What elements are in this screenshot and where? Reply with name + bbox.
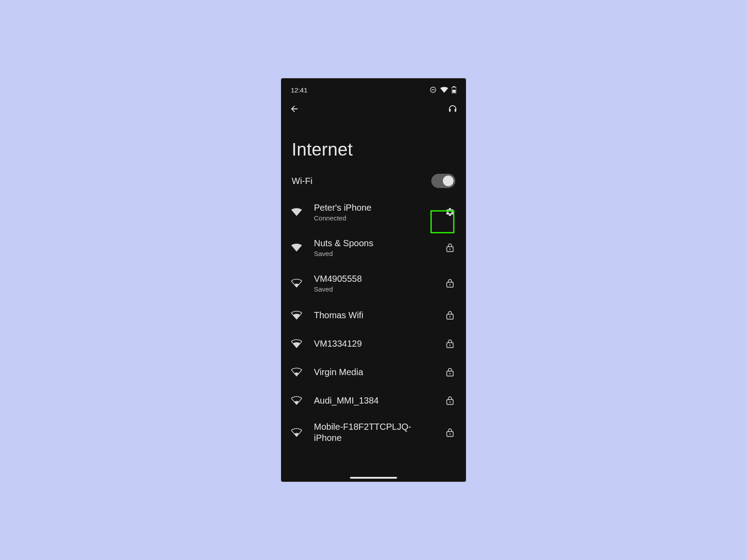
network-text: Mobile-F18F2TTCPLJQ-iPhone <box>314 421 432 444</box>
svg-point-12 <box>450 344 451 346</box>
network-text: Virgin Media <box>314 367 432 378</box>
network-text: VM4905558Saved <box>314 273 432 293</box>
network-row[interactable]: Peter's iPhoneConnected <box>281 194 466 230</box>
network-name: Nuts & Spoons <box>314 238 432 249</box>
svg-point-18 <box>450 433 451 435</box>
network-text: Thomas Wifi <box>314 310 432 321</box>
lock-icon <box>444 394 456 407</box>
lock-icon <box>444 366 456 378</box>
battery-icon <box>452 86 456 93</box>
status-bar: 12:41 <box>281 84 466 96</box>
network-status: Saved <box>314 250 432 257</box>
wifi-signal-icon <box>291 368 302 376</box>
wifi-signal-icon <box>291 396 302 405</box>
network-text: Audi_MMI_1384 <box>314 395 432 406</box>
network-status: Connected <box>314 214 432 222</box>
network-row[interactable]: VM1334129 <box>281 329 466 358</box>
network-text: VM1334129 <box>314 338 432 349</box>
toggle-knob <box>443 176 454 186</box>
page-title: Internet <box>281 120 466 168</box>
wifi-signal-icon <box>291 428 302 437</box>
wifi-toggle-row[interactable]: Wi-Fi <box>281 168 466 194</box>
wifi-signal-icon <box>291 279 302 288</box>
svg-point-8 <box>450 284 451 285</box>
lock-icon <box>444 277 456 289</box>
dnd-icon <box>430 86 437 93</box>
network-row[interactable]: VM4905558Saved <box>281 265 466 301</box>
network-row[interactable]: Thomas Wifi <box>281 301 466 329</box>
status-time: 12:41 <box>291 86 308 94</box>
wifi-signal-icon <box>291 243 302 252</box>
wifi-toggle-label: Wi-Fi <box>292 176 313 186</box>
help-feedback-button[interactable] <box>447 104 458 114</box>
home-indicator[interactable] <box>350 477 397 479</box>
network-name: Peter's iPhone <box>314 202 432 213</box>
network-row[interactable]: Virgin Media <box>281 358 466 386</box>
network-name: Virgin Media <box>314 367 432 378</box>
lock-icon <box>444 241 456 254</box>
lock-icon <box>444 337 456 350</box>
network-name: Thomas Wifi <box>314 310 432 321</box>
phone-frame: 12:41 Internet Wi-Fi Peter's iP <box>281 78 466 482</box>
network-name: VM4905558 <box>314 273 432 284</box>
wifi-status-icon <box>440 87 448 93</box>
network-name: VM1334129 <box>314 338 432 349</box>
network-status: Saved <box>314 285 432 293</box>
svg-point-10 <box>450 316 451 317</box>
network-text: Nuts & SpoonsSaved <box>314 238 432 257</box>
network-text: Peter's iPhoneConnected <box>314 202 432 222</box>
wifi-signal-icon <box>291 311 302 320</box>
network-row[interactable]: Nuts & SpoonsSaved <box>281 230 466 265</box>
network-row[interactable]: Audi_MMI_1384 <box>281 386 466 415</box>
wifi-signal-icon <box>291 208 302 216</box>
network-settings-button[interactable] <box>444 206 456 218</box>
wifi-signal-icon <box>291 339 302 348</box>
svg-rect-4 <box>453 90 456 93</box>
svg-point-14 <box>450 373 451 374</box>
svg-point-16 <box>450 401 451 403</box>
lock-icon <box>444 426 456 439</box>
back-button[interactable] <box>289 104 300 114</box>
lock-icon <box>444 309 456 321</box>
app-bar <box>281 98 466 120</box>
network-name: Audi_MMI_1384 <box>314 395 432 406</box>
network-list: Peter's iPhoneConnectedNuts & SpoonsSave… <box>281 194 466 450</box>
network-name: Mobile-F18F2TTCPLJQ-iPhone <box>314 421 432 444</box>
wifi-toggle[interactable] <box>431 174 455 188</box>
network-row[interactable]: Mobile-F18F2TTCPLJQ-iPhone <box>281 415 466 450</box>
svg-point-6 <box>450 248 451 250</box>
